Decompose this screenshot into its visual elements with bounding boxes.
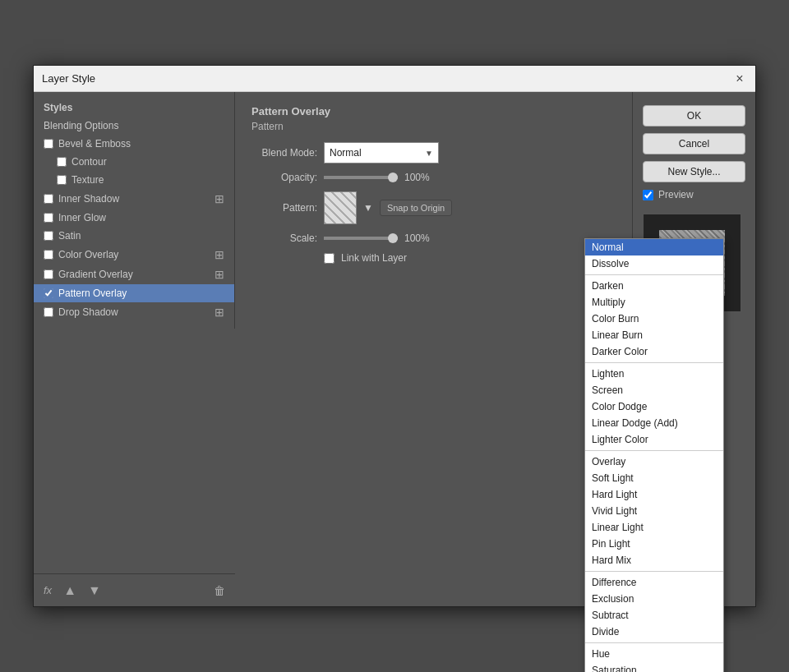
- sidebar-item-satin[interactable]: Satin: [34, 227, 234, 245]
- close-button[interactable]: ×: [732, 71, 747, 86]
- gradient-overlay-label: Gradient Overlay: [58, 269, 133, 280]
- color-overlay-checkbox[interactable]: [44, 250, 53, 260]
- dropdown-item-difference[interactable]: Difference: [585, 574, 723, 591]
- opacity-slider[interactable]: [324, 176, 398, 179]
- dropdown-item-pin-light[interactable]: Pin Light: [585, 536, 723, 552]
- sidebar-item-contour[interactable]: Contour: [34, 153, 234, 171]
- opacity-label: Opacity:: [251, 172, 317, 183]
- dropdown-item-lighter-color[interactable]: Lighter Color: [585, 431, 723, 448]
- dropdown-item-hard-light[interactable]: Hard Light: [585, 486, 723, 503]
- dropdown-item-soft-light[interactable]: Soft Light: [585, 470, 723, 486]
- satin-checkbox[interactable]: [44, 231, 53, 241]
- drop-shadow-checkbox[interactable]: [44, 307, 53, 317]
- contour-label: Contour: [72, 156, 107, 168]
- dropdown-item-overlay[interactable]: Overlay: [585, 453, 723, 470]
- sidebar-item-texture[interactable]: Texture: [34, 171, 234, 189]
- preview-label: Preview: [658, 189, 694, 200]
- bevel-checkbox[interactable]: [44, 139, 53, 149]
- dropdown-item-saturation[interactable]: Saturation: [585, 662, 723, 672]
- sidebar-item-gradient-overlay[interactable]: Gradient Overlay ⊞: [34, 265, 234, 284]
- gradient-overlay-add-icon: ⊞: [215, 268, 224, 281]
- opacity-row: Opacity: 100%: [251, 172, 616, 183]
- bevel-label: Bevel & Emboss: [58, 138, 131, 150]
- dropdown-item-darken[interactable]: Darken: [585, 278, 723, 294]
- cancel-button[interactable]: Cancel: [643, 133, 745, 154]
- pattern-overlay-label: Pattern Overlay: [58, 288, 127, 299]
- dropdown-item-vivid-light[interactable]: Vivid Light: [585, 503, 723, 519]
- sidebar: Styles Blending Options Bevel & Emboss C…: [34, 92, 235, 329]
- drop-shadow-add-icon: ⊞: [215, 306, 224, 319]
- new-style-button[interactable]: New Style...: [643, 161, 745, 182]
- sidebar-item-bevel[interactable]: Bevel & Emboss: [34, 135, 234, 153]
- dropdown-item-linear-light[interactable]: Linear Light: [585, 519, 723, 536]
- scale-slider[interactable]: [324, 237, 398, 240]
- dropdown-item-subtract[interactable]: Subtract: [585, 607, 723, 624]
- sidebar-item-drop-shadow[interactable]: Drop Shadow ⊞: [34, 302, 234, 322]
- blend-mode-value: Normal: [330, 147, 362, 159]
- link-with-layer-label: Link with Layer: [341, 252, 407, 264]
- move-down-button[interactable]: ▼: [88, 583, 101, 598]
- pattern-swatch[interactable]: [324, 191, 357, 224]
- dropdown-item-exclusion[interactable]: Exclusion: [585, 591, 723, 607]
- preview-row: Preview: [643, 189, 745, 200]
- drop-shadow-label: Drop Shadow: [58, 306, 118, 318]
- link-with-layer-checkbox[interactable]: [324, 253, 335, 264]
- dialog-body: Styles Blending Options Bevel & Emboss C…: [34, 92, 755, 329]
- snap-origin-button[interactable]: Snap to Origin: [380, 200, 452, 216]
- sidebar-item-pattern-overlay[interactable]: Pattern Overlay: [34, 284, 234, 302]
- section-subtitle: Pattern: [251, 121, 616, 132]
- pattern-overlay-checkbox[interactable]: [44, 288, 53, 298]
- styles-section-title: Styles: [34, 99, 234, 117]
- fx-button[interactable]: fx: [44, 584, 52, 596]
- sidebar-item-inner-glow[interactable]: Inner Glow: [34, 209, 234, 227]
- scale-row: Scale: 100%: [251, 232, 616, 244]
- dropdown-divider-5: [585, 642, 723, 643]
- dropdown-item-color-burn[interactable]: Color Burn: [585, 311, 723, 327]
- inner-shadow-checkbox[interactable]: [44, 194, 53, 204]
- dropdown-item-dissolve[interactable]: Dissolve: [585, 255, 723, 272]
- blend-mode-label: Blend Mode:: [251, 147, 317, 159]
- contour-checkbox[interactable]: [57, 157, 67, 167]
- inner-glow-checkbox[interactable]: [44, 213, 53, 223]
- satin-label: Satin: [58, 230, 81, 242]
- texture-checkbox[interactable]: [57, 175, 67, 185]
- move-up-button[interactable]: ▲: [63, 583, 76, 598]
- main-panel: Pattern Overlay Pattern Blend Mode: Norm…: [235, 92, 632, 329]
- dropdown-item-linear-burn[interactable]: Linear Burn: [585, 327, 723, 343]
- pattern-dropdown-icon: ▼: [363, 202, 373, 214]
- dropdown-item-multiply[interactable]: Multiply: [585, 294, 723, 311]
- inner-shadow-add-icon: ⊞: [215, 192, 224, 205]
- pattern-row: Pattern: ▼ Snap to Origin: [251, 191, 616, 224]
- dropdown-item-darker-color[interactable]: Darker Color: [585, 343, 723, 360]
- dropdown-item-divide[interactable]: Divide: [585, 624, 723, 640]
- ok-button[interactable]: OK: [643, 105, 745, 127]
- dropdown-item-color-dodge[interactable]: Color Dodge: [585, 398, 723, 415]
- scale-value: 100%: [404, 232, 430, 244]
- delete-button[interactable]: 🗑: [214, 584, 225, 597]
- dropdown-arrow-icon: ▼: [425, 149, 433, 158]
- dropdown-item-linear-dodge[interactable]: Linear Dodge (Add): [585, 415, 723, 431]
- dropdown-item-hue[interactable]: Hue: [585, 646, 723, 662]
- dropdown-divider-3: [585, 450, 723, 451]
- sidebar-item-color-overlay[interactable]: Color Overlay ⊞: [34, 245, 234, 265]
- inner-glow-label: Inner Glow: [58, 212, 106, 223]
- color-overlay-label: Color Overlay: [58, 249, 118, 260]
- section-title: Pattern Overlay: [251, 105, 616, 117]
- blend-mode-row: Blend Mode: Normal ▼: [251, 142, 616, 163]
- blend-mode-select[interactable]: Normal ▼: [324, 142, 439, 163]
- dropdown-divider-1: [585, 274, 723, 275]
- dropdown-item-lighten[interactable]: Lighten: [585, 366, 723, 382]
- gradient-overlay-checkbox[interactable]: [44, 269, 53, 279]
- inner-shadow-label: Inner Shadow: [58, 193, 119, 205]
- dropdown-item-hard-mix[interactable]: Hard Mix: [585, 552, 723, 568]
- blending-options-label: Blending Options: [44, 120, 118, 131]
- preview-checkbox[interactable]: [643, 190, 653, 200]
- pattern-label: Pattern:: [251, 202, 317, 214]
- sidebar-item-inner-shadow[interactable]: Inner Shadow ⊞: [34, 189, 234, 209]
- dropdown-item-screen[interactable]: Screen: [585, 382, 723, 398]
- dropdown-item-normal[interactable]: Normal: [585, 239, 723, 255]
- dropdown-divider-4: [585, 571, 723, 572]
- sidebar-item-blending-options[interactable]: Blending Options: [34, 117, 234, 135]
- blend-mode-dropdown[interactable]: Normal Dissolve Darken Multiply Color Bu…: [584, 238, 724, 672]
- titlebar: Layer Style ×: [34, 66, 755, 92]
